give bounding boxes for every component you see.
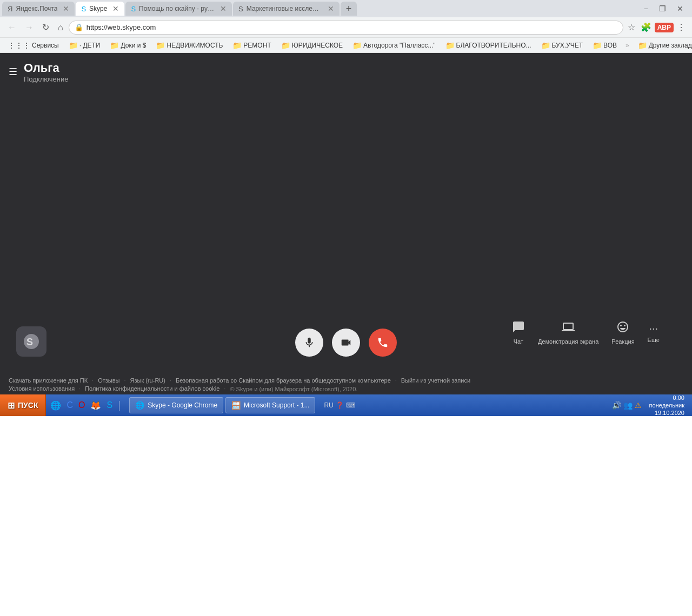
bookmark-deti[interactable]: 📁 · ДЕТИ bbox=[65, 40, 104, 51]
close-button[interactable]: ✕ bbox=[673, 3, 688, 14]
footer-link-download[interactable]: Скачать приложение для ПК bbox=[9, 377, 88, 384]
tab-close-skype[interactable]: ✕ bbox=[112, 4, 119, 13]
forward-button[interactable]: → bbox=[22, 21, 37, 35]
clock-day: понедельник bbox=[649, 401, 684, 409]
task-skype-chrome[interactable]: 🌐 Skype - Google Chrome bbox=[129, 397, 223, 413]
bookmark-apps[interactable]: ⋮⋮⋮ Сервисы bbox=[4, 40, 62, 51]
tray-network-icon[interactable]: 👥 bbox=[623, 401, 633, 410]
footer-link-safety[interactable]: Безопасная работа со Скайпом для браузер… bbox=[176, 377, 391, 384]
bookmark-label-docs: Доки и $ bbox=[121, 42, 146, 49]
nav-action-buttons: ☆ 🧩 ABP ⋮ bbox=[626, 20, 688, 35]
screen-share-icon bbox=[562, 320, 575, 336]
yandex-favicon: Я bbox=[8, 5, 12, 13]
footer-link-terms[interactable]: Условия использования bbox=[9, 385, 75, 392]
taskbar-chrome-icon[interactable]: C bbox=[64, 398, 75, 412]
tab-market[interactable]: S Маркетинговые исследо... ✕ bbox=[233, 2, 340, 16]
url-text: https://web.skype.com bbox=[86, 23, 156, 31]
lang-help-icon: ❓ bbox=[336, 401, 344, 409]
bookmark-repair[interactable]: 📁 РЕМОНТ bbox=[229, 40, 274, 51]
reload-button[interactable]: ↻ bbox=[39, 20, 52, 35]
bookmark-vov[interactable]: 📁 ВОВ bbox=[589, 40, 620, 51]
bookmark-label-apps: Сервисы bbox=[32, 42, 59, 49]
other-bookmarks[interactable]: 📁 Другие закладки bbox=[635, 40, 692, 51]
new-tab-button[interactable]: + bbox=[341, 2, 357, 16]
footer-copyright: © Skype и (или) Майкрософт (Microsoft), … bbox=[230, 386, 357, 392]
adblock-button[interactable]: ABP bbox=[655, 23, 674, 32]
address-bar[interactable]: 🔒 https://web.skype.com bbox=[69, 21, 623, 35]
tab-skype-help[interactable]: S Помощь по скайпу - руко... ✕ bbox=[125, 2, 232, 16]
system-tray: 🔊 👥 ⚠ bbox=[612, 401, 642, 410]
hamburger-menu-button[interactable]: ☰ bbox=[9, 66, 17, 78]
reaction-button[interactable]: Реакция bbox=[611, 320, 634, 345]
skype-header: ☰ Ольга Подключение bbox=[0, 53, 692, 91]
tray-volume-icon[interactable]: 🔊 bbox=[612, 401, 621, 410]
reaction-icon bbox=[616, 320, 629, 336]
lang-extra-icon: ⌨ bbox=[346, 401, 355, 409]
minimize-button[interactable]: − bbox=[640, 3, 653, 14]
taskbar-ie-icon[interactable]: 🌐 bbox=[48, 398, 63, 413]
footer-links-legal: Условия использования · Политика конфиде… bbox=[9, 385, 683, 392]
restore-button[interactable]: ❐ bbox=[655, 3, 670, 14]
bookmark-label-realty: НЕДВИЖИМОСТЬ bbox=[167, 42, 223, 49]
below-taskbar-area bbox=[0, 416, 692, 616]
user-status: Подключение bbox=[24, 75, 68, 83]
home-button[interactable]: ⌂ bbox=[55, 21, 66, 35]
tab-close-help[interactable]: ✕ bbox=[220, 4, 227, 13]
folder-icon-other: 📁 bbox=[638, 41, 647, 50]
menu-button[interactable]: ⋮ bbox=[675, 20, 688, 35]
more-label: Еще bbox=[648, 337, 660, 343]
more-button[interactable]: ··· Еще bbox=[648, 322, 660, 343]
skype-logo-watermark: S bbox=[16, 326, 46, 357]
footer-link-privacy[interactable]: Политика конфиденциальности и файлов coo… bbox=[85, 385, 219, 392]
tab-skype[interactable]: S Skype ✕ bbox=[76, 2, 124, 16]
call-area: S bbox=[0, 91, 692, 373]
bookmark-label-accounting: БУХ.УЧЕТ bbox=[552, 42, 583, 49]
taskbar-tasks: 🌐 Skype - Google Chrome 🪟 Microsoft Supp… bbox=[125, 397, 320, 413]
bookmark-charity[interactable]: 📁 БЛАГОТВОРИТЕЛЬНО... bbox=[442, 40, 535, 51]
star-button[interactable]: ☆ bbox=[626, 20, 637, 35]
screen-share-button[interactable]: Демонстрация экрана bbox=[538, 320, 598, 345]
footer-link-language[interactable]: Язык (ru-RU) bbox=[130, 377, 165, 384]
chat-button[interactable]: Чат bbox=[512, 320, 525, 345]
folder-icon-vov: 📁 bbox=[593, 41, 602, 50]
extra-controls: Чат Демонстрация экрана bbox=[512, 320, 660, 345]
bookmark-legal[interactable]: 📁 ЮРИДИЧЕСКОЕ bbox=[278, 40, 346, 51]
tab-label-yandex: Яндекс.Почта bbox=[16, 5, 57, 12]
folder-icon-realty: 📁 bbox=[156, 41, 165, 50]
back-button[interactable]: ← bbox=[4, 21, 19, 35]
video-button[interactable] bbox=[332, 329, 360, 357]
folder-icon-legal: 📁 bbox=[281, 41, 290, 50]
footer-link-reviews[interactable]: Отзывы bbox=[98, 377, 119, 384]
taskbar-clock[interactable]: 0:00 понедельник 19.10.2020 bbox=[646, 394, 688, 417]
footer-link-logout[interactable]: Выйти из учетной записи bbox=[401, 377, 470, 384]
folder-icon-docs: 📁 bbox=[110, 41, 119, 50]
tab-close-yandex[interactable]: ✕ bbox=[63, 4, 69, 13]
lang-code[interactable]: RU bbox=[324, 401, 333, 409]
start-button[interactable]: ⊞ ПУСК bbox=[0, 394, 46, 416]
taskbar-skype-icon[interactable]: S bbox=[104, 398, 115, 412]
taskbar-opera-icon[interactable]: O bbox=[76, 398, 87, 412]
tab-yandex-mail[interactable]: Я Яндекс.Почта ✕ bbox=[2, 2, 75, 16]
tab-close-market[interactable]: ✕ bbox=[328, 4, 334, 13]
svg-text:S: S bbox=[26, 337, 33, 347]
taskbar-right: 🔊 👥 ⚠ 0:00 понедельник 19.10.2020 bbox=[612, 394, 692, 417]
skype-favicon: S bbox=[81, 5, 86, 13]
end-call-button[interactable] bbox=[369, 329, 397, 357]
tab-label-skype: Skype bbox=[89, 5, 107, 12]
chat-icon bbox=[512, 320, 525, 336]
bookmark-docs[interactable]: 📁 Доки и $ bbox=[107, 40, 149, 51]
task-microsoft-support[interactable]: 🪟 Microsoft Support - 1... bbox=[225, 397, 315, 413]
reaction-label: Реакция bbox=[611, 338, 634, 345]
mute-button[interactable] bbox=[295, 329, 323, 357]
taskbar-ff-icon[interactable]: 🦊 bbox=[88, 398, 103, 413]
bookmark-label-repair: РЕМОНТ bbox=[243, 42, 271, 49]
title-bar: Я Яндекс.Почта ✕ S Skype ✕ S Помощь по с… bbox=[0, 0, 692, 17]
bookmark-road[interactable]: 📁 Автодорога "Палласс..." bbox=[349, 40, 439, 51]
bookmark-realty[interactable]: 📁 НЕДВИЖИМОСТЬ bbox=[152, 40, 226, 51]
bookmark-accounting[interactable]: 📁 БУХ.УЧЕТ bbox=[538, 40, 587, 51]
extensions-button[interactable]: 🧩 bbox=[638, 20, 654, 35]
taskbar: ⊞ ПУСК 🌐 C O 🦊 S | 🌐 Skype - Google Chro… bbox=[0, 394, 692, 416]
task-skype-label: Skype - Google Chrome bbox=[148, 401, 217, 409]
folder-icon-deti: 📁 bbox=[69, 41, 78, 50]
tray-alert-icon[interactable]: ⚠ bbox=[635, 401, 642, 410]
